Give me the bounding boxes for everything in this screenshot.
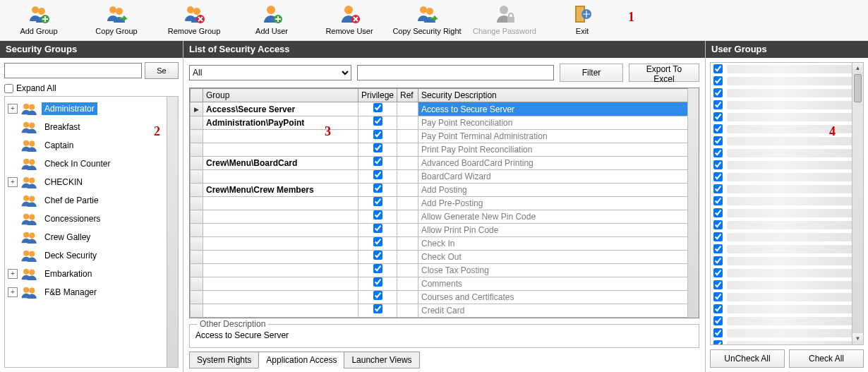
uncheck-all-button[interactable]: UnCheck All bbox=[710, 349, 785, 368]
cell-privilege[interactable] bbox=[358, 197, 397, 210]
user-groups-list[interactable] bbox=[711, 63, 863, 344]
grid-row[interactable]: Allow Generate New Pin Code bbox=[191, 210, 699, 224]
group-tree-item[interactable]: +F&B Manager bbox=[5, 283, 178, 301]
privilege-checkbox[interactable] bbox=[373, 116, 382, 126]
grid-header-privilege[interactable]: Privilege bbox=[358, 89, 397, 102]
privilege-checkbox[interactable] bbox=[373, 103, 382, 112]
user-group-checkbox[interactable] bbox=[713, 148, 723, 157]
grid-row[interactable]: Pay Point Terminal Administration bbox=[191, 130, 699, 143]
copy-security-right-button[interactable]: Copy Security Right bbox=[388, 1, 466, 40]
row-selector[interactable] bbox=[191, 210, 203, 224]
user-group-item[interactable] bbox=[711, 303, 863, 315]
cell-privilege[interactable] bbox=[358, 143, 397, 157]
user-group-item[interactable] bbox=[711, 63, 863, 75]
row-selector[interactable] bbox=[191, 116, 203, 130]
privilege-checkbox[interactable] bbox=[373, 197, 382, 206]
privilege-checkbox[interactable] bbox=[373, 264, 382, 273]
grid-row[interactable]: Access\Secure ServerAccess to Secure Ser… bbox=[191, 102, 699, 116]
cell-privilege[interactable] bbox=[358, 237, 397, 251]
user-group-item[interactable] bbox=[711, 327, 863, 339]
user-group-checkbox[interactable] bbox=[713, 172, 723, 181]
privilege-checkbox[interactable] bbox=[373, 170, 382, 179]
grid-row[interactable]: Credit Card bbox=[191, 304, 699, 318]
user-group-item[interactable] bbox=[711, 339, 863, 344]
grid-header-ref[interactable]: Ref bbox=[397, 89, 418, 102]
scroll-down-arrow[interactable]: ▼ bbox=[852, 333, 863, 344]
privilege-checkbox[interactable] bbox=[373, 130, 382, 139]
grid-row[interactable]: Check In bbox=[191, 237, 699, 251]
row-selector[interactable] bbox=[191, 143, 203, 157]
tab-system-rights[interactable]: System Rights bbox=[189, 352, 259, 368]
cell-privilege[interactable] bbox=[358, 318, 397, 319]
cell-privilege[interactable] bbox=[358, 157, 397, 170]
cell-privilege[interactable] bbox=[358, 210, 397, 224]
user-group-item[interactable] bbox=[711, 267, 863, 279]
grid-row[interactable]: Comments bbox=[191, 277, 699, 291]
user-group-checkbox[interactable] bbox=[713, 160, 723, 169]
group-tree-item[interactable]: +Administrator bbox=[5, 100, 178, 118]
row-selector[interactable] bbox=[191, 197, 203, 210]
cell-privilege[interactable] bbox=[358, 116, 397, 130]
cell-privilege[interactable] bbox=[358, 277, 397, 291]
row-selector[interactable] bbox=[191, 130, 203, 143]
user-group-checkbox[interactable] bbox=[713, 88, 723, 97]
user-group-item[interactable] bbox=[711, 123, 863, 135]
scrollbar[interactable] bbox=[687, 88, 699, 318]
group-tree-item[interactable]: Crew Galley bbox=[5, 228, 178, 246]
scrollbar[interactable]: ▲ ▼ bbox=[852, 63, 863, 344]
user-group-item[interactable] bbox=[711, 111, 863, 123]
group-search-input[interactable] bbox=[4, 63, 142, 78]
row-selector[interactable] bbox=[191, 157, 203, 170]
row-selector[interactable] bbox=[191, 170, 203, 184]
row-selector[interactable] bbox=[191, 304, 203, 318]
user-group-item[interactable] bbox=[711, 147, 863, 159]
user-group-checkbox[interactable] bbox=[713, 256, 723, 265]
user-group-item[interactable] bbox=[711, 243, 863, 255]
user-group-checkbox[interactable] bbox=[713, 316, 723, 325]
grid-row[interactable]: Allow Print Pin Code bbox=[191, 224, 699, 237]
tab-launcher-views[interactable]: Launcher Views bbox=[344, 352, 419, 368]
privilege-checkbox[interactable] bbox=[373, 277, 382, 287]
user-group-checkbox[interactable] bbox=[713, 328, 723, 337]
remove-user-button[interactable]: Remove User bbox=[311, 1, 388, 40]
user-group-checkbox[interactable] bbox=[713, 268, 723, 277]
user-group-checkbox[interactable] bbox=[713, 208, 723, 217]
group-tree-item[interactable]: Captain bbox=[5, 136, 178, 155]
user-group-checkbox[interactable] bbox=[713, 220, 723, 229]
privilege-checkbox[interactable] bbox=[373, 143, 382, 152]
grid-row[interactable]: Add Pre-Posting bbox=[191, 197, 699, 210]
user-group-item[interactable] bbox=[711, 87, 863, 99]
user-group-checkbox[interactable] bbox=[713, 304, 723, 313]
group-tree-item[interactable]: Concessioners bbox=[5, 210, 178, 228]
cell-privilege[interactable] bbox=[358, 251, 397, 264]
exit-button[interactable]: Exit bbox=[543, 1, 621, 40]
cell-privilege[interactable] bbox=[358, 264, 397, 277]
user-group-checkbox[interactable] bbox=[713, 280, 723, 289]
grid-header-description[interactable]: Security Description bbox=[418, 89, 699, 102]
user-group-checkbox[interactable] bbox=[713, 184, 723, 193]
user-group-item[interactable] bbox=[711, 195, 863, 207]
privilege-checkbox[interactable] bbox=[373, 210, 382, 220]
row-selector[interactable] bbox=[191, 237, 203, 251]
group-tree-item[interactable]: Deck Security bbox=[5, 246, 178, 265]
grid-row[interactable]: Administration\PayPointPay Point Reconci… bbox=[191, 116, 699, 130]
group-tree-item[interactable]: Breakfast bbox=[5, 118, 178, 136]
cell-privilege[interactable] bbox=[358, 184, 397, 197]
row-selector[interactable] bbox=[191, 318, 203, 319]
user-group-checkbox[interactable] bbox=[713, 232, 723, 241]
user-group-checkbox[interactable] bbox=[713, 124, 723, 133]
add-group-button[interactable]: Add Group bbox=[0, 1, 78, 40]
expand-all-checkbox[interactable] bbox=[4, 84, 13, 93]
privilege-checkbox[interactable] bbox=[373, 251, 382, 260]
cell-privilege[interactable] bbox=[358, 102, 397, 116]
privilege-checkbox[interactable] bbox=[373, 318, 382, 318]
cell-privilege[interactable] bbox=[358, 224, 397, 237]
scroll-thumb[interactable] bbox=[854, 74, 862, 102]
tree-expander-icon[interactable]: + bbox=[8, 177, 18, 187]
grid-row[interactable]: Close Tax Posting bbox=[191, 264, 699, 277]
row-selector[interactable] bbox=[191, 291, 203, 304]
user-group-checkbox[interactable] bbox=[713, 76, 723, 85]
user-group-item[interactable] bbox=[711, 255, 863, 267]
group-tree-item[interactable]: Check In Counter bbox=[5, 155, 178, 173]
privilege-checkbox[interactable] bbox=[373, 224, 382, 233]
